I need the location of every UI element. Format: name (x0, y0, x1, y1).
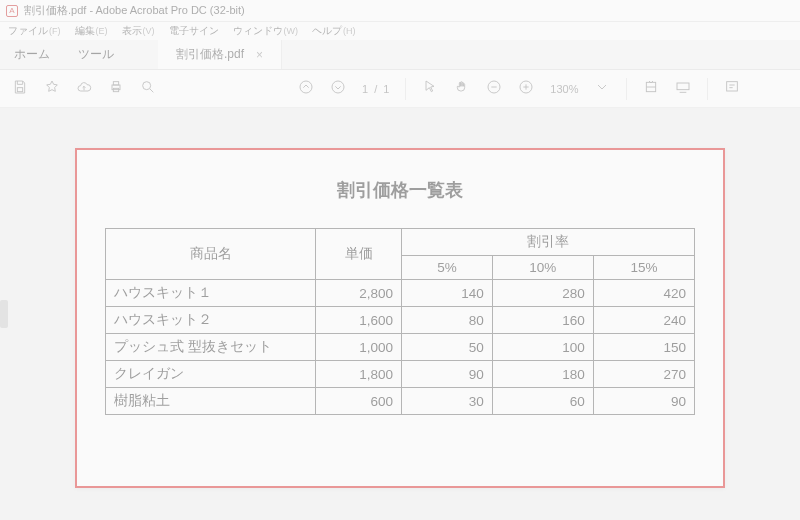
star-icon[interactable] (44, 79, 60, 99)
scroll-handle-left[interactable] (0, 300, 8, 328)
tab-document[interactable]: 割引価格.pdf × (158, 40, 282, 69)
cell-d5: 30 (402, 388, 493, 415)
cell-d15: 270 (593, 361, 694, 388)
svg-rect-11 (727, 81, 738, 90)
menu-window[interactable]: ウィンドウ(W) (233, 24, 299, 38)
cell-d15: 150 (593, 334, 694, 361)
window-titlebar: A 割引価格.pdf - Adobe Acrobat Pro DC (32-bi… (0, 0, 800, 22)
page-down-icon[interactable] (330, 79, 346, 99)
svg-rect-10 (677, 83, 689, 90)
cell-price: 1,000 (316, 334, 402, 361)
zoom-level[interactable]: 130% (550, 83, 578, 95)
zoom-out-icon[interactable] (486, 79, 502, 99)
svg-rect-2 (113, 81, 118, 84)
cell-d15: 420 (593, 280, 694, 307)
svg-point-6 (332, 81, 344, 93)
th-name: 商品名 (106, 229, 316, 280)
cell-d10: 280 (492, 280, 593, 307)
table-row: ハウスキット２1,60080160240 (106, 307, 695, 334)
document-tabbar: ホーム ツール 割引価格.pdf × (0, 40, 800, 70)
table-row: クレイガン1,80090180270 (106, 361, 695, 388)
cell-price: 1,600 (316, 307, 402, 334)
svg-rect-0 (17, 87, 22, 91)
table-row: ハウスキット１2,800140280420 (106, 280, 695, 307)
th-10pct: 10% (492, 256, 593, 280)
menu-file[interactable]: ファイル(F) (8, 24, 61, 38)
document-title: 割引価格一覧表 (105, 178, 695, 202)
search-icon[interactable] (140, 79, 156, 99)
cell-price: 1,800 (316, 361, 402, 388)
fit-width-icon[interactable] (643, 79, 659, 99)
th-price: 単価 (316, 229, 402, 280)
page-current[interactable]: 1 (362, 83, 368, 95)
print-icon[interactable] (108, 79, 124, 99)
table-row: プッシュ式 型抜きセット1,00050100150 (106, 334, 695, 361)
close-tab-icon[interactable]: × (256, 48, 263, 62)
cloud-upload-icon[interactable] (76, 79, 92, 99)
cell-name: ハウスキット２ (106, 307, 316, 334)
menu-sign[interactable]: 電子サイン (169, 24, 219, 38)
cell-d5: 90 (402, 361, 493, 388)
cell-d5: 80 (402, 307, 493, 334)
svg-point-4 (143, 81, 151, 89)
tab-home[interactable]: ホーム (0, 40, 64, 69)
annotate-icon[interactable] (724, 79, 740, 99)
page-up-icon[interactable] (298, 79, 314, 99)
reading-mode-icon[interactable] (675, 79, 691, 99)
cell-d5: 140 (402, 280, 493, 307)
document-viewport[interactable]: 割引価格一覧表 商品名 単価 割引率 5% 10% 15% ハウスキット１2,8… (0, 108, 800, 520)
hand-icon[interactable] (454, 79, 470, 99)
th-15pct: 15% (593, 256, 694, 280)
tab-tools[interactable]: ツール (64, 40, 128, 69)
cell-d15: 90 (593, 388, 694, 415)
zoom-in-icon[interactable] (518, 79, 534, 99)
th-5pct: 5% (402, 256, 493, 280)
cell-d5: 50 (402, 334, 493, 361)
main-toolbar: 1 / 1 130% (0, 70, 800, 108)
menu-help[interactable]: ヘルプ(H) (312, 24, 356, 38)
cell-name: クレイガン (106, 361, 316, 388)
menu-edit[interactable]: 編集(E) (75, 24, 108, 38)
pointer-icon[interactable] (422, 79, 438, 99)
app-menubar: ファイル(F) 編集(E) 表示(V) 電子サイン ウィンドウ(W) ヘルプ(H… (0, 22, 800, 40)
cell-d10: 160 (492, 307, 593, 334)
cell-d10: 100 (492, 334, 593, 361)
table-row: 樹脂粘土600306090 (106, 388, 695, 415)
th-discount-group: 割引率 (402, 229, 695, 256)
cell-name: 樹脂粘土 (106, 388, 316, 415)
page-total: 1 (383, 83, 389, 95)
tab-document-label: 割引価格.pdf (176, 46, 244, 63)
cell-d10: 60 (492, 388, 593, 415)
save-icon[interactable] (12, 79, 28, 99)
cell-d15: 240 (593, 307, 694, 334)
cell-name: ハウスキット１ (106, 280, 316, 307)
cell-price: 2,800 (316, 280, 402, 307)
page-indicator: 1 / 1 (362, 83, 389, 95)
pdf-file-icon: A (6, 5, 18, 17)
menu-view[interactable]: 表示(V) (122, 24, 155, 38)
pdf-page: 割引価格一覧表 商品名 単価 割引率 5% 10% 15% ハウスキット１2,8… (75, 148, 725, 488)
discount-table: 商品名 単価 割引率 5% 10% 15% ハウスキット１2,800140280… (105, 228, 695, 415)
zoom-dropdown-icon[interactable] (594, 79, 610, 99)
cell-d10: 180 (492, 361, 593, 388)
svg-point-5 (300, 81, 312, 93)
cell-name: プッシュ式 型抜きセット (106, 334, 316, 361)
cell-price: 600 (316, 388, 402, 415)
window-title: 割引価格.pdf - Adobe Acrobat Pro DC (32-bit) (24, 3, 245, 18)
